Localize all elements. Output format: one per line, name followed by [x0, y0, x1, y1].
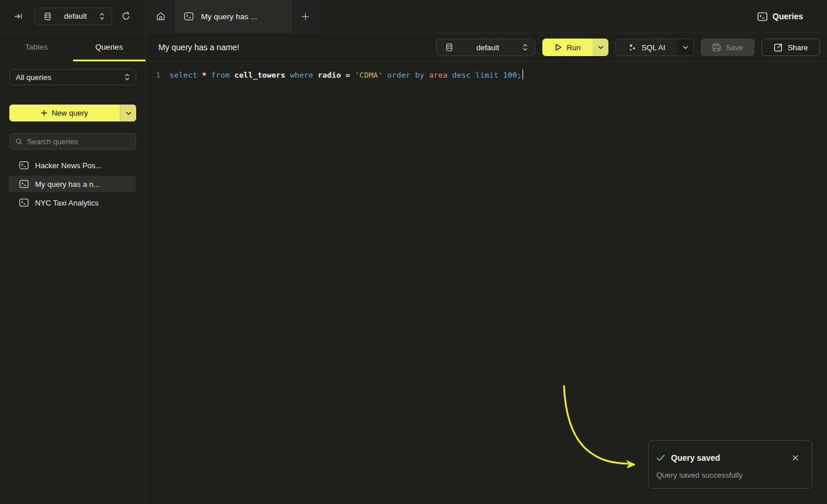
new-query-label: New query	[51, 109, 88, 117]
run-button-label: Run	[567, 43, 581, 52]
refresh-button[interactable]	[122, 12, 130, 20]
sql-token-ident: radio	[318, 71, 346, 79]
sql-token-op: =	[345, 71, 355, 79]
sql-ai-button[interactable]: SQL AI	[616, 39, 677, 55]
tab-queries-label: Queries	[95, 43, 123, 51]
line-number: 1	[147, 69, 169, 81]
sql-token-string: 'CDMA'	[355, 71, 387, 79]
close-icon	[793, 455, 798, 461]
run-button[interactable]: Run	[542, 39, 593, 56]
sql-token-orange: area	[429, 71, 452, 79]
database-icon	[44, 12, 51, 20]
run-split-button: Run	[542, 39, 608, 56]
toast-close-button[interactable]	[793, 455, 798, 461]
main-area: My query has ... Queries My query has a …	[147, 0, 827, 504]
save-button-label: Save	[726, 43, 743, 52]
sql-token-keyword: from	[211, 71, 234, 79]
queries-header: Queries	[757, 0, 827, 33]
queries-icon	[757, 12, 767, 21]
toast-message: Query saved successfully	[656, 471, 804, 479]
new-tab-button[interactable]	[292, 0, 319, 33]
sparkles-icon	[628, 43, 636, 51]
sql-ai-split-button: SQL AI	[615, 39, 694, 56]
toolbar-database-selector[interactable]: default	[436, 39, 535, 56]
database-selector[interactable]: default	[34, 8, 112, 25]
sidebar: default Tables Queries	[0, 0, 146, 504]
query-icon	[184, 12, 193, 20]
sql-token-ident: cell_towers	[234, 71, 290, 79]
query-list-item[interactable]: NYC Taxi Analytics	[9, 194, 136, 211]
database-icon	[445, 43, 453, 51]
code-line: select * from cell_towers where radio = …	[169, 69, 523, 81]
new-query-section: New query	[0, 94, 146, 121]
tab-strip: My query has ... Queries	[147, 0, 827, 33]
sql-token-number: 100	[503, 71, 517, 79]
query-icon	[19, 199, 29, 207]
chevron-down-icon	[598, 46, 604, 49]
query-list-item-selected[interactable]: My query has a n...	[9, 176, 136, 192]
unfold-icon	[124, 74, 130, 81]
sql-token-op: *	[202, 71, 212, 79]
active-query-tab-label: My query has ...	[201, 12, 257, 21]
sql-token-punct: ;	[517, 71, 522, 79]
search-icon	[16, 138, 22, 145]
query-toolbar: My query has a name! default	[147, 33, 827, 62]
new-query-dropdown-button[interactable]	[120, 105, 136, 121]
sql-token-keyword: where	[290, 71, 318, 79]
save-icon	[712, 43, 721, 51]
text-cursor	[523, 69, 524, 79]
chevron-down-icon	[126, 112, 132, 115]
collapse-sidebar-icon	[14, 12, 23, 20]
new-query-button[interactable]: New query	[9, 105, 120, 121]
query-icon	[19, 180, 29, 188]
sql-ai-options-button[interactable]	[677, 39, 693, 55]
share-icon	[774, 43, 783, 52]
sql-token-keyword: desc	[452, 71, 476, 79]
plus-icon	[41, 110, 47, 116]
toast-header: Query saved	[656, 453, 804, 463]
tab-strip-spacer	[319, 0, 757, 33]
sql-token-keyword: order by	[387, 71, 429, 79]
check-icon	[656, 454, 665, 461]
home-tab-button[interactable]	[147, 0, 175, 33]
collapse-sidebar-button[interactable]	[14, 12, 23, 20]
toolbar-database-value: default	[458, 43, 518, 52]
query-list-item-label: My query has a n...	[35, 180, 100, 189]
code-line-tokens: select * from cell_towers where radio = …	[169, 71, 522, 79]
run-options-button[interactable]	[593, 39, 608, 56]
sql-ai-button-label: SQL AI	[642, 43, 666, 52]
query-list-item-label: Hacker News Pos...	[35, 161, 102, 170]
query-filter-section: All queries	[0, 61, 146, 94]
toast-query-saved: Query saved Query saved successfully	[648, 440, 812, 489]
query-filter-value: All queries	[16, 73, 120, 82]
query-title: My query has a name!	[158, 43, 429, 52]
code-row: 1 select * from cell_towers where radio …	[147, 69, 827, 81]
search-box	[9, 133, 136, 150]
search-section	[0, 121, 146, 150]
unfold-icon	[523, 44, 528, 51]
share-button[interactable]: Share	[762, 39, 820, 56]
queries-header-label: Queries	[773, 12, 803, 21]
tab-tables-label: Tables	[25, 43, 48, 51]
share-button-label: Share	[788, 43, 808, 52]
save-button[interactable]: Save	[701, 39, 755, 56]
app-root: default Tables Queries	[0, 0, 827, 504]
query-filter-dropdown[interactable]: All queries	[9, 69, 136, 85]
sidebar-tab-queries[interactable]: Queries	[73, 33, 146, 61]
sql-token-keyword: select	[169, 71, 202, 79]
refresh-icon	[122, 12, 130, 20]
sql-editor[interactable]: 1 select * from cell_towers where radio …	[147, 62, 827, 81]
toast-title: Query saved	[671, 453, 787, 463]
chevron-down-icon	[683, 46, 688, 49]
unfold-icon	[99, 13, 105, 20]
query-list-item[interactable]: Hacker News Pos...	[9, 157, 136, 173]
play-icon	[555, 43, 562, 51]
new-query-split-button: New query	[9, 105, 136, 121]
sidebar-tab-tables[interactable]: Tables	[0, 33, 73, 61]
sidebar-header: default	[0, 0, 146, 33]
sql-token-keyword: limit	[475, 71, 503, 79]
search-input[interactable]	[27, 137, 130, 146]
home-icon	[156, 12, 165, 21]
sidebar-tabs: Tables Queries	[0, 33, 146, 61]
active-query-tab[interactable]: My query has ...	[175, 0, 292, 33]
